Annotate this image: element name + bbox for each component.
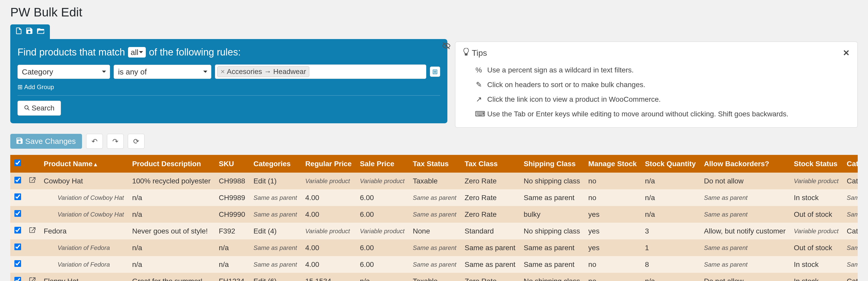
cell-stock_qty[interactable]: 3 — [641, 223, 700, 239]
cell-backorders[interactable]: Allow, but notify customer — [700, 223, 789, 239]
cell-reg_price[interactable]: Variable product — [301, 223, 356, 239]
save-changes-button[interactable]: Save Changes — [10, 134, 82, 149]
cell-desc[interactable]: n/a — [128, 256, 215, 273]
cell-manage_stock[interactable]: yes — [584, 206, 641, 223]
cell-desc[interactable]: n/a — [128, 239, 215, 256]
cell-name[interactable]: Variation of Cowboy Hat — [40, 206, 128, 223]
column-header[interactable]: Allow Backorders? — [700, 155, 789, 173]
column-header[interactable]: Product Description — [128, 155, 215, 173]
cell-categories[interactable]: Same as parent — [249, 239, 301, 256]
cell-backorders[interactable]: Same as parent — [700, 239, 789, 256]
cell-manage_stock[interactable]: yes — [584, 223, 641, 239]
column-header[interactable]: Product Name — [40, 155, 128, 173]
cell-sale_price[interactable]: n/a — [356, 273, 409, 281]
cell-reg_price[interactable]: 4.00 — [301, 256, 356, 273]
filter-value-input[interactable]: × Accesories → Headwear — [215, 65, 426, 79]
cell-name[interactable]: Fedora — [40, 223, 128, 239]
cell-stock_status[interactable]: Out of stock — [789, 206, 842, 223]
redo-button[interactable]: ↷ — [107, 134, 124, 149]
cell-catalog[interactable]: Catalog/se — [842, 173, 858, 189]
select-all-checkbox[interactable] — [14, 160, 21, 166]
cell-categories[interactable]: Edit (4) — [249, 223, 301, 239]
cell-name[interactable]: Variation of Cowboy Hat — [40, 189, 128, 206]
cell-shipping[interactable]: Same as parent — [520, 189, 584, 206]
cell-name[interactable]: Variation of Fedora — [40, 239, 128, 256]
cell-backorders[interactable]: Same as parent — [700, 256, 789, 273]
cell-shipping[interactable]: bulky — [520, 206, 584, 223]
row-checkbox[interactable] — [14, 194, 21, 200]
undo-button[interactable]: ↶ — [86, 134, 103, 149]
column-header[interactable]: Sale Price — [356, 155, 409, 173]
cell-tax_class[interactable]: Zero Rate — [461, 173, 520, 189]
cell-stock_status[interactable]: Out of stock — [789, 239, 842, 256]
external-link-icon[interactable] — [29, 277, 35, 281]
cell-backorders[interactable]: Same as parent — [700, 189, 789, 206]
cell-stock_qty[interactable]: n/a — [641, 173, 700, 189]
cell-sku[interactable]: F392 — [215, 223, 249, 239]
cell-shipping[interactable]: No shipping class — [520, 223, 584, 239]
external-link-icon[interactable] — [29, 177, 35, 185]
cell-tax_status[interactable]: Same as parent — [409, 189, 461, 206]
cell-shipping[interactable]: No shipping class — [520, 173, 584, 189]
cell-catalog[interactable]: Catalog/se — [842, 273, 858, 281]
cell-sku[interactable]: n/a — [215, 256, 249, 273]
close-tips-icon[interactable]: ✕ — [843, 48, 850, 58]
cell-sku[interactable]: CH9990 — [215, 206, 249, 223]
cell-reg_price[interactable]: 4.00 — [301, 239, 356, 256]
search-button[interactable]: Search — [18, 101, 61, 115]
external-link-icon[interactable] — [29, 227, 35, 235]
cell-stock_qty[interactable]: 1 — [641, 239, 700, 256]
cell-sale_price[interactable]: 6.00 — [356, 256, 409, 273]
cell-tax_status[interactable]: Taxable — [409, 173, 461, 189]
cell-tax_class[interactable]: Zero Rate — [461, 189, 520, 206]
cell-tax_class[interactable]: Same as parent — [461, 256, 520, 273]
column-header[interactable]: Manage Stock — [584, 155, 641, 173]
column-header[interactable]: Regular Price — [301, 155, 356, 173]
cell-tax_class[interactable]: Zero Rate — [461, 273, 520, 281]
cell-desc[interactable]: Great for the summer! — [128, 273, 215, 281]
open-filter-icon[interactable] — [37, 28, 44, 36]
cell-backorders[interactable]: Do not allow — [700, 173, 789, 189]
column-header[interactable]: Stock Quantity — [641, 155, 700, 173]
column-header[interactable]: Shipping Class — [520, 155, 584, 173]
cell-catalog[interactable]: Same as paren — [842, 256, 858, 273]
refresh-button[interactable]: ⟳ — [128, 134, 145, 149]
cell-sale_price[interactable]: Variable product — [356, 223, 409, 239]
row-checkbox[interactable] — [14, 227, 21, 234]
cell-sku[interactable]: n/a — [215, 239, 249, 256]
cell-manage_stock[interactable]: no — [584, 173, 641, 189]
cell-stock_status[interactable]: In stock — [789, 273, 842, 281]
cell-stock_qty[interactable]: n/a — [641, 273, 700, 281]
cell-catalog[interactable]: Same as paren — [842, 239, 858, 256]
cell-stock_status[interactable]: Variable product — [789, 223, 842, 239]
cell-desc[interactable]: n/a — [128, 189, 215, 206]
column-header[interactable] — [25, 155, 40, 173]
cell-reg_price[interactable]: 4.00 — [301, 189, 356, 206]
cell-tax_status[interactable]: None — [409, 223, 461, 239]
filter-field-select[interactable]: Category — [18, 65, 110, 79]
cell-tax_status[interactable]: Same as parent — [409, 206, 461, 223]
cell-sale_price[interactable]: 6.00 — [356, 239, 409, 256]
cell-tax_status[interactable]: Same as parent — [409, 239, 461, 256]
cell-shipping[interactable]: No shipping class — [520, 273, 584, 281]
cell-reg_price[interactable]: 4.00 — [301, 206, 356, 223]
column-header[interactable]: SKU — [215, 155, 249, 173]
cell-shipping[interactable]: Same as parent — [520, 256, 584, 273]
cell-sku[interactable]: FH1234 — [215, 273, 249, 281]
column-header[interactable]: Stock Status — [789, 155, 842, 173]
cell-stock_status[interactable]: In stock — [789, 256, 842, 273]
column-header[interactable]: Catalog Vis — [842, 155, 858, 173]
column-header[interactable]: Categories — [249, 155, 301, 173]
column-header[interactable]: Tax Status — [409, 155, 461, 173]
new-filter-icon[interactable] — [16, 28, 22, 36]
cell-desc[interactable]: Never goes out of style! — [128, 223, 215, 239]
remove-tag-icon[interactable]: × — [221, 68, 225, 76]
cell-tax_class[interactable]: Same as parent — [461, 239, 520, 256]
cell-catalog[interactable]: Catalog/se — [842, 223, 858, 239]
cell-backorders[interactable]: Do not allow — [700, 273, 789, 281]
cell-stock_qty[interactable]: n/a — [641, 206, 700, 223]
cell-backorders[interactable]: Same as parent — [700, 206, 789, 223]
cell-catalog[interactable]: Same as paren — [842, 206, 858, 223]
cell-manage_stock[interactable]: no — [584, 189, 641, 206]
filter-operator-select[interactable]: is any of — [114, 65, 211, 79]
